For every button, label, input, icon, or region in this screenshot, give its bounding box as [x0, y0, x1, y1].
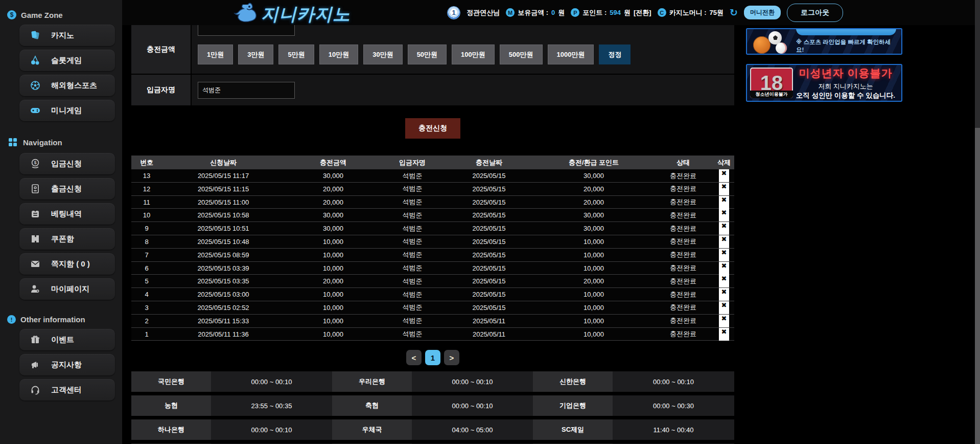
cell-no: 9: [131, 225, 162, 232]
delete-button[interactable]: ✖: [719, 222, 729, 235]
sidebar-item-label: 이벤트: [51, 335, 74, 345]
delete-button[interactable]: ✖: [719, 262, 729, 275]
cell-depositor: 석범준: [382, 277, 443, 286]
col-depositor: 입금자명: [382, 158, 443, 167]
table-row: 1 2025/05/11 11:36 10,000 석범준 2025/05/11…: [131, 328, 734, 341]
cell-no: 11: [131, 198, 162, 206]
scrollbar-thumb[interactable]: [975, 128, 980, 444]
page-scrollbar[interactable]: [975, 0, 980, 444]
amount-input[interactable]: [198, 25, 295, 36]
delete-button[interactable]: ✖: [719, 235, 729, 248]
charge-amount-field: 1만원3만원5만원10만원30만원50만원100만원500만원1000만원정정: [192, 25, 734, 74]
cell-no: 13: [131, 172, 162, 180]
delete-button[interactable]: ✖: [719, 249, 729, 261]
refresh-icon[interactable]: ↻: [730, 8, 738, 17]
banner-column: ※ 스포츠 라인업을 빠르게 확인하세요! 18 청소년이용불가 미성년자 이용…: [746, 25, 902, 102]
amount-preset-button[interactable]: 1만원: [198, 45, 233, 64]
cell-point: 10,000: [535, 238, 652, 246]
cell-charge-date: 2025/05/11: [443, 317, 535, 325]
bank-name-cell: 신한은행: [533, 371, 613, 392]
ticket-icon: [30, 233, 41, 245]
cell-amount: 10,000: [285, 304, 382, 312]
cell-no: 5: [131, 277, 162, 285]
sidebar-item-slots[interactable]: 슬롯게임: [19, 50, 115, 71]
cell-amount: 20,000: [285, 277, 382, 285]
delete-button[interactable]: ✖: [719, 196, 729, 209]
delete-button[interactable]: ✖: [719, 328, 729, 341]
sidebar-item-withdraw[interactable]: 출금신청: [19, 178, 115, 199]
age-badge-caption: 청소년이용불가: [750, 91, 793, 98]
sidebar-item-mypage[interactable]: 마이페이지: [19, 278, 115, 300]
logout-button[interactable]: 로그아웃: [787, 4, 843, 22]
cell-charge-date: 2025/05/15: [443, 251, 535, 259]
gamepad-icon: [30, 105, 41, 116]
cell-amount: 10,000: [285, 251, 382, 259]
cell-no: 4: [131, 291, 162, 298]
sidebar-item-label: 미니게임: [51, 106, 82, 116]
amount-preset-button[interactable]: 500만원: [500, 45, 543, 64]
delete-button[interactable]: ✖: [719, 288, 729, 301]
avatar: 1: [447, 6, 460, 19]
depositor-name-row: 입금자명: [131, 75, 734, 105]
sidebar-item-casino[interactable]: 카지노: [19, 25, 115, 46]
genie-icon: [232, 2, 259, 26]
page-1-button[interactable]: 1: [425, 350, 440, 365]
age-18-number: 18: [760, 73, 783, 93]
point-convert-link[interactable]: [전환]: [634, 8, 651, 17]
col-point: 충전/환급 포인트: [535, 158, 652, 167]
sports-lineup-banner[interactable]: ※ 스포츠 라인업을 빠르게 확인하세요!: [746, 28, 902, 55]
sidebar-item-support[interactable]: 고객센터: [19, 379, 115, 401]
cell-no: 8: [131, 238, 162, 246]
amount-preset-button[interactable]: 30만원: [363, 45, 402, 64]
amount-preset-button[interactable]: 5만원: [278, 45, 314, 64]
sidebar-item-deposit[interactable]: $ 입금신청: [19, 153, 115, 174]
delete-button[interactable]: ✖: [719, 209, 729, 221]
table-header-row: 번호 신청날짜 충전금액 입금자명 충전날짜 충전/환급 포인트 상태 삭제: [131, 156, 734, 169]
sidebar-item-notice[interactable]: 공지사항: [19, 354, 115, 375]
sidebar-item-coupons[interactable]: 쿠폰함: [19, 228, 115, 250]
depositor-name-input[interactable]: [198, 82, 295, 99]
sports-banner-pill: [796, 28, 896, 35]
sports-banner-caption: ※ 스포츠 라인업을 빠르게 확인하세요!: [796, 38, 898, 54]
money-badge-icon: M: [506, 8, 515, 17]
bank-name-cell: 국민은행: [131, 371, 211, 392]
cell-request-date: 2025/05/15 03:35: [162, 277, 285, 285]
cell-charge-date: 2025/05/15: [443, 225, 535, 232]
cell-depositor: 석범준: [382, 211, 443, 220]
amount-preset-button[interactable]: 3만원: [238, 45, 273, 64]
age-18-icon: 18 청소년이용불가: [750, 68, 793, 98]
amount-preset-button[interactable]: 1000만원: [548, 45, 594, 64]
next-page-button[interactable]: >: [444, 350, 459, 365]
amount-clear-button[interactable]: 정정: [599, 45, 631, 64]
adult-only-banner[interactable]: 18 청소년이용불가 미성년자 이용불가 저희 지니카지노는 오직 성인만 이용…: [746, 64, 902, 102]
delete-button[interactable]: ✖: [719, 315, 729, 327]
user-bar: 1 정관연산님 M 보유금액 : 0원 P 포인트 : 594원 [전환] C …: [447, 0, 843, 25]
bank-name-cell: 농협: [131, 395, 211, 416]
cell-request-date: 2025/05/15 02:52: [162, 304, 285, 312]
sidebar-item-messages[interactable]: 쪽지함 ( 0 ): [19, 253, 115, 275]
charge-amount-row: 충전금액 1만원3만원5만원10만원30만원50만원100만원500만원1000…: [131, 25, 734, 75]
site-logo[interactable]: 지니카지노: [232, 2, 351, 26]
charge-submit-button[interactable]: 충전신청: [405, 118, 460, 139]
money-transfer-button[interactable]: 머니전환: [744, 6, 781, 19]
prev-page-button[interactable]: <: [406, 350, 422, 365]
pagination: < 1 >: [131, 350, 734, 365]
bank-name-cell: 우체국: [332, 419, 412, 440]
sidebar-item-label: 마이페이지: [51, 284, 89, 294]
cell-point: 20,000: [535, 185, 652, 193]
sidebar-item-betting-history[interactable]: 베팅내역: [19, 203, 115, 225]
sidebar-item-events[interactable]: 이벤트: [19, 329, 115, 350]
amount-preset-button[interactable]: 100만원: [452, 45, 495, 64]
cell-request-date: 2025/05/15 11:00: [162, 198, 285, 206]
delete-button[interactable]: ✖: [719, 169, 729, 182]
cell-no: 10: [131, 211, 162, 219]
amount-preset-button[interactable]: 50만원: [408, 45, 447, 64]
amount-preset-button[interactable]: 10만원: [319, 45, 358, 64]
delete-button[interactable]: ✖: [719, 301, 729, 314]
cell-no: 1: [131, 330, 162, 338]
delete-button[interactable]: ✖: [719, 183, 729, 195]
delete-x-icon: ✖: [721, 169, 727, 177]
delete-button[interactable]: ✖: [719, 275, 729, 287]
sidebar-item-sports[interactable]: 해외형스포츠: [19, 75, 115, 96]
sidebar-item-minigame[interactable]: 미니게임: [19, 100, 115, 121]
